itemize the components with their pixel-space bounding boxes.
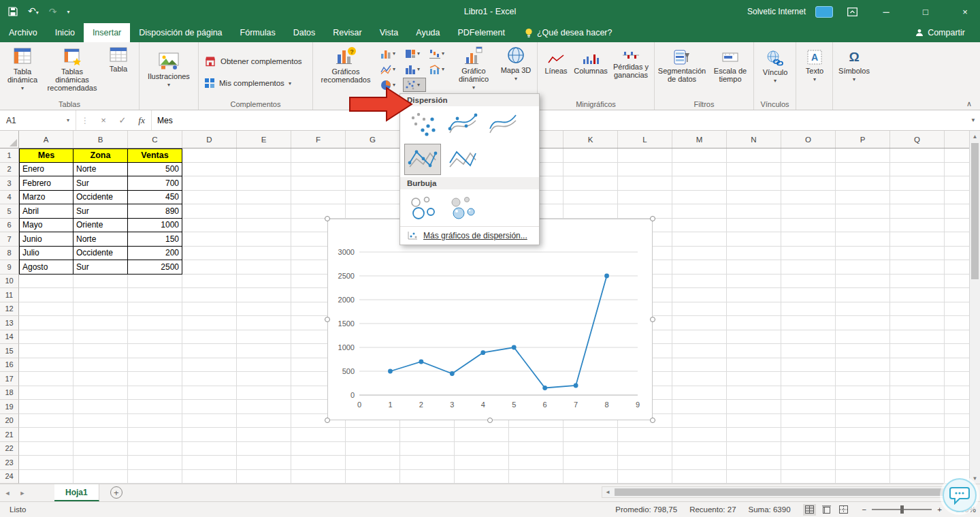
cell-N7[interactable] [727,232,781,247]
cell-extra-2[interactable] [945,163,969,177]
cell-D17[interactable] [182,372,237,386]
insert-hierarchy-chart-button[interactable]: ▾ [403,46,426,61]
column-header-B[interactable]: B [74,131,128,148]
cell-A4[interactable]: Marzo [19,191,74,205]
cell-E1[interactable] [237,148,291,163]
cell-A5[interactable]: Abril [19,204,74,219]
cell-G23[interactable] [346,456,400,470]
cell-B10[interactable] [74,275,128,289]
cell-Q13[interactable] [890,316,945,330]
scroll-left-icon[interactable]: ◄ [602,489,613,495]
enter-icon[interactable]: ✓ [113,110,132,130]
row-header-20[interactable]: 20 [0,414,19,428]
cell-D22[interactable] [182,442,237,456]
zoom-out-button[interactable]: − [862,505,867,514]
cell-M18[interactable] [672,386,727,401]
cell-P8[interactable] [836,247,890,261]
cell-O6[interactable] [781,219,836,233]
sheet-tab-hoja1[interactable]: Hoja1 [54,484,99,501]
cell-D9[interactable] [182,260,237,275]
cell-N5[interactable] [727,204,781,219]
cell-E21[interactable] [237,428,291,442]
ribbon-tab-disposici-n-de-p-gina[interactable]: Disposición de página [130,23,231,42]
sparkline-winloss-button[interactable]: Pérdidas y ganancias [610,48,652,79]
cell-G5[interactable] [346,204,400,219]
cell-B17[interactable] [74,372,128,386]
column-header-P[interactable]: P [836,131,890,148]
cell-Q22[interactable] [890,442,945,456]
cell-O10[interactable] [781,275,836,289]
row-header-19[interactable]: 19 [0,400,19,414]
cell-I21[interactable] [455,428,509,442]
horizontal-scrollbar[interactable]: ◄ ► [602,486,966,498]
row-header-18[interactable]: 18 [0,386,19,401]
cell-O15[interactable] [781,344,836,358]
recommended-charts-button[interactable]: ? Gráficos recomendados [316,44,376,84]
embedded-chart[interactable]: 0500100015002000250030000123456789 [327,219,653,420]
cell-extra-19[interactable] [945,400,969,414]
cell-M3[interactable] [672,176,727,191]
row-header-9[interactable]: 9 [0,260,19,275]
cell-B21[interactable] [74,428,128,442]
cell-Q2[interactable] [890,163,945,177]
chat-helper-icon[interactable] [943,478,977,512]
maximize-button[interactable]: □ [911,0,941,23]
cell-extra-8[interactable] [945,247,969,261]
cell-K1[interactable] [564,148,618,163]
cell-M2[interactable] [672,163,727,177]
cell-D15[interactable] [182,344,237,358]
cell-extra-6[interactable] [945,219,969,233]
cell-A21[interactable] [19,428,74,442]
cell-B2[interactable]: Norte [74,163,128,177]
scatter-smooth-option[interactable] [485,108,521,140]
cell-Q20[interactable] [890,414,945,428]
cell-E18[interactable] [237,386,291,401]
cell-A24[interactable] [19,470,74,484]
cell-E5[interactable] [237,204,291,219]
cell-D13[interactable] [182,316,237,330]
cell-M17[interactable] [672,372,727,386]
cell-F2[interactable] [291,163,346,177]
cell-M5[interactable] [672,204,727,219]
cell-E13[interactable] [237,316,291,330]
cell-A10[interactable] [19,275,74,289]
cell-N9[interactable] [727,260,781,275]
row-header-15[interactable]: 15 [0,344,19,358]
cell-J24[interactable] [509,470,564,484]
cell-D23[interactable] [182,456,237,470]
column-header-O[interactable]: O [781,131,836,148]
cell-P21[interactable] [836,428,890,442]
cell-M1[interactable] [672,148,727,163]
cell-P13[interactable] [836,316,890,330]
cell-M16[interactable] [672,358,727,373]
column-header-G[interactable]: G [346,131,400,148]
insert-line-chart-button[interactable]: ▾ [378,62,402,76]
cell-C12[interactable] [128,302,182,317]
cell-G1[interactable] [346,148,400,163]
cell-N16[interactable] [727,358,781,373]
column-header-C[interactable]: C [128,131,182,148]
cell-B19[interactable] [74,400,128,414]
cell-extra-16[interactable] [945,358,969,373]
cell-Q17[interactable] [890,372,945,386]
cell-A8[interactable]: Julio [19,247,74,261]
cell-O11[interactable] [781,288,836,302]
cell-K2[interactable] [564,163,618,177]
cell-Q8[interactable] [890,247,945,261]
cell-extra-4[interactable] [945,191,969,205]
cell-L5[interactable] [618,204,672,219]
save-icon[interactable] [8,7,18,16]
cell-D20[interactable] [182,414,237,428]
cell-A14[interactable] [19,330,74,345]
cell-Q15[interactable] [890,344,945,358]
row-header-2[interactable]: 2 [0,163,19,177]
cell-M12[interactable] [672,302,727,317]
cell-B1[interactable]: Zona [74,148,128,163]
cell-D7[interactable] [182,232,237,247]
cell-E17[interactable] [237,372,291,386]
cell-I22[interactable] [455,442,509,456]
cell-A13[interactable] [19,316,74,330]
normal-view-icon[interactable] [803,504,816,516]
chart-handle-mid-left[interactable] [325,317,330,322]
cell-D5[interactable] [182,204,237,219]
